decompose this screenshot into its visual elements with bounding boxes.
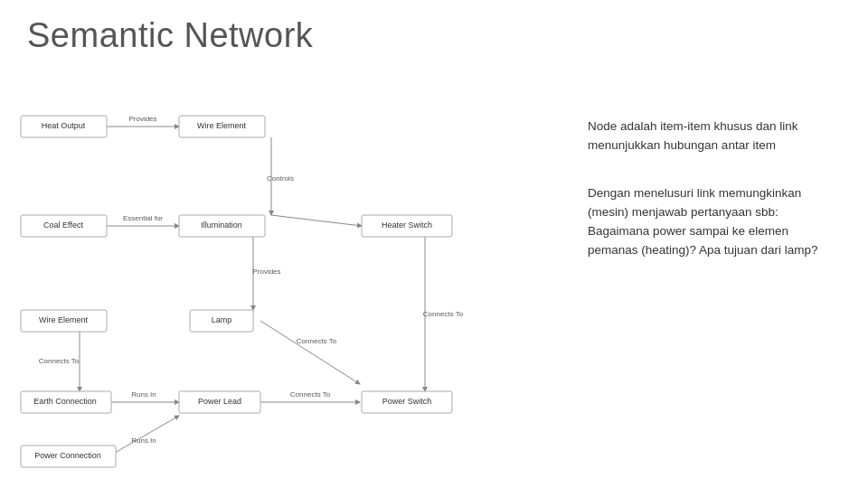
- svg-text:Wire Element: Wire Element: [197, 121, 247, 130]
- svg-text:Power Lead: Power Lead: [198, 397, 241, 406]
- svg-text:Runs In: Runs In: [131, 390, 156, 399]
- svg-text:Controls: Controls: [267, 174, 294, 183]
- svg-text:Runs In: Runs In: [131, 436, 156, 445]
- svg-text:Provides: Provides: [252, 267, 280, 276]
- svg-line-11: [260, 321, 360, 384]
- svg-text:Connects To: Connects To: [423, 310, 464, 318]
- svg-text:Wire Element: Wire Element: [39, 315, 89, 324]
- svg-text:Coal Effect: Coal Effect: [43, 221, 83, 230]
- svg-text:Earth Connection: Earth Connection: [33, 397, 97, 406]
- svg-text:Connects To: Connects To: [39, 357, 80, 365]
- info-text-2: Dengan menelusuri link memungkinkan (mes…: [588, 184, 841, 260]
- svg-text:Essential for: Essential for: [123, 214, 163, 222]
- svg-text:Power Switch: Power Switch: [382, 397, 432, 406]
- svg-text:Lamp: Lamp: [212, 315, 232, 324]
- svg-text:Connects To: Connects To: [297, 337, 337, 345]
- network-diagram: Provides Controls Essential for Provides…: [9, 81, 579, 479]
- svg-line-4: [271, 215, 362, 226]
- svg-text:Provides: Provides: [128, 115, 156, 123]
- svg-text:Heater Switch: Heater Switch: [382, 221, 432, 230]
- info-text-1: Node adalah item-item khusus dan link me…: [588, 117, 841, 155]
- svg-text:Power Connection: Power Connection: [34, 451, 101, 460]
- info-panel: Node adalah item-item khusus dan link me…: [588, 117, 841, 260]
- svg-text:Connects To: Connects To: [290, 390, 331, 399]
- svg-text:Heat Output: Heat Output: [42, 121, 86, 130]
- svg-text:Illumination: Illumination: [201, 221, 242, 230]
- page-title: Semantic Network: [27, 16, 313, 55]
